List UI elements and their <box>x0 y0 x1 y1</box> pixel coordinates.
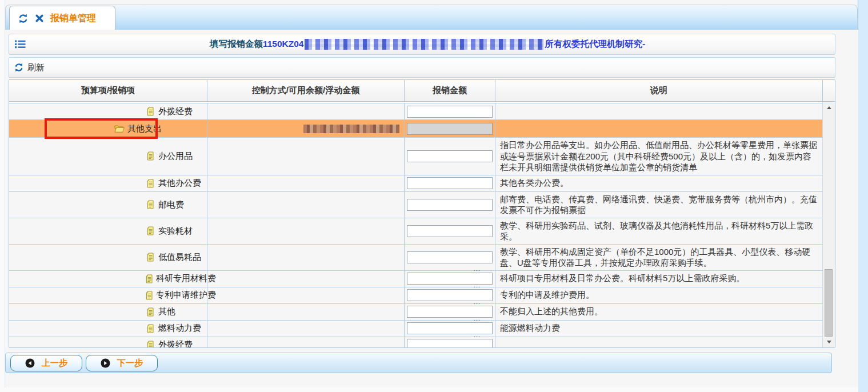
amount-cell <box>404 138 495 175</box>
scroll-down-button[interactable] <box>823 337 835 346</box>
description-cell: 邮寄费、电话费、传真费、网络通讯费、快递费、宽带服务费等（杭州市内）。充值发票不… <box>495 192 822 218</box>
description-cell: 教学、科研用实验药品、试剂、玻璃仪器及其他消耗性用品，科研材料5万以上需政采。 <box>495 218 822 244</box>
description-text: 邮寄费、电话费、传真费、网络通讯费、快递费、宽带服务费等（杭州市内）。充值发票不… <box>500 194 817 215</box>
description-cell: 教学、科研用不构成固定资产（单价不足1000元）的工具器具、小型仪表、移动硬盘、… <box>495 245 822 270</box>
document-icon <box>145 200 155 209</box>
amount-cell <box>404 120 495 137</box>
table-row: 实验耗材 教学、科研用实验药品、试剂、玻璃仪器及其他消耗性用品，科研材料5万以上… <box>9 218 822 245</box>
budget-item-cell[interactable]: 其他办公费 <box>9 175 207 191</box>
budget-item-cell[interactable]: 外拨经费 <box>9 337 207 348</box>
control-mode-cell <box>207 271 404 287</box>
control-mode-cell <box>207 138 404 175</box>
budget-item-cell[interactable]: 其他 <box>9 304 207 320</box>
list-icon[interactable] <box>15 40 26 49</box>
table-row: 办公用品 指日常办公用品等支出。如办公用品、低值耐用品、办公耗材等零星费用，单张… <box>9 138 822 175</box>
budget-item-label: 外拨经费 <box>158 339 193 347</box>
triangle-down-icon <box>827 341 831 343</box>
budget-item-label: 办公用品 <box>158 151 193 162</box>
table-row: 其他 ... 不能归入上述的其他费用。 <box>9 304 822 321</box>
redacted-balance <box>303 125 399 133</box>
document-icon <box>145 253 155 262</box>
amount-input[interactable] <box>407 225 493 237</box>
content-panel: 填写报销金额1150KZ04所有权委托代理机制研究- 刷新 预算 <box>5 30 858 387</box>
column-header-description: 说明 <box>495 80 822 101</box>
amount-input[interactable] <box>407 177 493 189</box>
document-icon <box>145 107 155 116</box>
refresh-label: 刷新 <box>27 62 45 73</box>
app-window: 报销单管理 填写报销金额1150KZ04所有权委托代理机制研究- <box>5 0 858 387</box>
description-cell: 科研项目专用材料及日常办公费。科研材料5万以上需政府采购。 <box>495 271 822 287</box>
budget-item-cell[interactable]: 实验耗材 <box>9 218 207 244</box>
column-header-amount: 报销金额 <box>404 80 495 101</box>
control-mode-cell <box>207 287 404 303</box>
column-header-budget-item: 预算项/报销项 <box>9 80 207 101</box>
description-cell <box>495 103 822 119</box>
description-cell: 专利的申请及维护费用。 <box>495 287 822 303</box>
amount-cell: ... <box>404 321 495 337</box>
description-text: 专利的申请及维护费用。 <box>500 290 594 299</box>
description-text: 能源燃料动力费 <box>500 323 560 333</box>
amount-cell: ... <box>404 304 495 320</box>
budget-item-cell[interactable]: 其他支出 <box>9 120 207 137</box>
page-background-strip <box>858 0 868 392</box>
budget-item-cell[interactable]: 燃料动力费 <box>9 321 207 337</box>
column-header-control-mode: 控制方式/可用余额/浮动金额 <box>207 80 404 101</box>
amount-input[interactable] <box>407 106 493 118</box>
column-header-spacer <box>822 80 835 101</box>
document-icon <box>145 291 153 300</box>
budget-item-cell[interactable]: 专利申请维护费 <box>9 287 207 303</box>
description-text: 其他各类办公费。 <box>500 178 569 187</box>
control-mode-cell <box>207 245 404 270</box>
control-mode-cell <box>207 304 404 320</box>
budget-item-label: 其他 <box>158 306 175 317</box>
document-icon <box>145 324 155 333</box>
amount-input[interactable] <box>407 339 493 347</box>
amount-input[interactable] <box>407 123 493 135</box>
amount-cell <box>404 218 495 244</box>
table-row: 其他支出 <box>9 120 822 138</box>
arrow-left-circle-icon <box>25 358 35 368</box>
description-cell <box>495 337 822 348</box>
description-text: 科研项目专用材料及日常办公费。科研材料5万以上需政府采购。 <box>500 273 745 283</box>
amount-cell: ... <box>404 337 495 348</box>
budget-item-cell[interactable]: 邮电费 <box>9 192 207 218</box>
table-row: 外拨经费 <box>9 103 822 120</box>
budget-item-label: 实验耗材 <box>158 226 193 237</box>
triangle-up-icon <box>827 106 831 109</box>
amount-cell: ... <box>404 287 495 303</box>
budget-item-cell[interactable]: 办公用品 <box>9 138 207 175</box>
vertical-scrollbar[interactable] <box>822 102 835 347</box>
next-step-label: 下一步 <box>117 358 143 369</box>
scroll-up-button[interactable] <box>823 103 835 112</box>
budget-item-label: 其他办公费 <box>158 178 201 189</box>
document-icon <box>145 341 155 348</box>
budget-item-label: 低值易耗品 <box>158 252 201 263</box>
amount-input[interactable] <box>407 251 493 263</box>
redacted-project-name <box>305 39 543 50</box>
amount-cell <box>404 192 495 218</box>
budget-item-cell[interactable]: 科研专用材料费 <box>9 271 207 287</box>
scrollbar-thumb[interactable] <box>825 269 833 337</box>
close-icon[interactable] <box>35 14 44 23</box>
control-mode-cell <box>207 337 404 348</box>
next-step-button[interactable]: 下一步 <box>86 355 158 371</box>
title-prefix: 填写报销金额 <box>210 39 263 49</box>
amount-input[interactable] <box>407 199 493 211</box>
table-body: 外拨经费 其他支出 办公用品 指日常办公用品等支出。如办公用品、低值耐用品、办公… <box>9 102 835 347</box>
tab-strip: 报销单管理 <box>5 5 858 30</box>
amount-cell: ... <box>404 245 495 270</box>
refresh-button[interactable]: 刷新 <box>14 62 45 73</box>
budget-item-label: 其他支出 <box>127 123 162 134</box>
amount-input[interactable] <box>407 150 493 162</box>
tab-reimbursement-management[interactable]: 报销单管理 <box>9 6 115 30</box>
budget-table: 预算项/报销项 控制方式/可用余额/浮动金额 报销金额 说明 外拨经费 <box>9 79 835 348</box>
description-cell: 不能归入上述的其他费用。 <box>495 304 822 320</box>
document-icon <box>145 151 155 161</box>
table-row: 专利申请维护费 ... 专利的申请及维护费用。 <box>9 287 822 304</box>
table-row: 其他办公费 其他各类办公费。 <box>9 175 822 192</box>
budget-item-cell[interactable]: 外拨经费 <box>9 103 207 119</box>
previous-step-button[interactable]: 上一步 <box>10 355 82 371</box>
refresh-icon[interactable] <box>18 13 29 24</box>
budget-item-cell[interactable]: 低值易耗品 <box>9 245 207 270</box>
control-mode-cell <box>207 103 404 119</box>
